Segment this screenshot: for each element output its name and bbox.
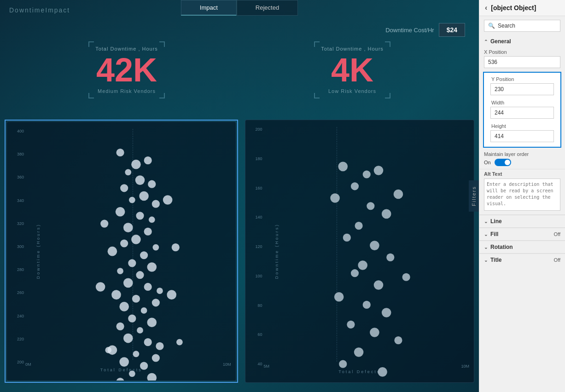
height-group: Height (486, 121, 559, 145)
svg-point-4 (135, 175, 145, 185)
kpi-right-desc: Low Risk Vendors (321, 88, 384, 94)
svg-point-38 (156, 342, 163, 350)
fill-value: Off (554, 231, 560, 237)
title-chevron: ⌄ (484, 258, 488, 263)
y-position-group: Y Position (486, 75, 559, 98)
svg-point-8 (129, 197, 135, 203)
maintain-layer-label: Maintain layer order (484, 151, 560, 157)
svg-point-1 (131, 160, 141, 169)
width-group: Width (486, 98, 559, 121)
chart-left[interactable]: 400 380 360 340 320 300 280 260 240 220 … (5, 120, 238, 383)
svg-point-80 (330, 193, 340, 203)
tab-rejected[interactable]: Rejected (237, 0, 298, 16)
highlighted-fields: Y Position Width Height (483, 72, 561, 148)
svg-point-22 (117, 268, 123, 274)
svg-point-93 (362, 301, 370, 309)
svg-point-76 (338, 162, 348, 172)
svg-point-18 (108, 247, 117, 256)
svg-point-79 (350, 182, 358, 190)
svg-point-42 (119, 357, 129, 367)
svg-point-13 (123, 223, 133, 232)
panel-title: [object Object] (491, 4, 536, 12)
line-section-left: ⌄ Line (484, 218, 502, 225)
svg-point-45 (147, 373, 157, 381)
search-icon: 🔍 (488, 23, 495, 29)
x-position-group: X Position (479, 47, 565, 71)
svg-point-28 (132, 295, 140, 303)
line-label: Line (490, 218, 502, 225)
y-position-input[interactable] (490, 83, 554, 95)
kpi-row: Total Downtime , Hours 42K Medium Risk V… (0, 41, 479, 98)
title-section[interactable]: ⌄ Title Off (479, 254, 565, 266)
right-panel: ‹ [object Object] 🔍 ⌃ General X Position… (479, 0, 565, 392)
top-tabs: Impact Rejected (181, 0, 298, 16)
line-section[interactable]: ⌄ Line (479, 215, 565, 227)
svg-point-25 (144, 283, 152, 291)
svg-point-91 (402, 273, 410, 281)
chart-right[interactable]: 200 180 160 140 120 100 80 60 40 5M 10M … (245, 120, 475, 383)
chart-right-y-axis: 200 180 160 140 120 100 80 60 40 (256, 127, 262, 366)
rotation-chevron: ⌄ (484, 245, 488, 250)
chart-left-inner: 400 380 360 340 320 300 280 260 240 220 … (6, 121, 236, 381)
svg-point-98 (354, 347, 363, 357)
filters-tab[interactable]: Filters (469, 180, 479, 212)
x-position-input[interactable] (484, 56, 560, 68)
svg-point-26 (157, 288, 163, 294)
svg-point-62 (167, 290, 176, 300)
general-section-header[interactable]: ⌃ General (479, 35, 565, 47)
kpi-right: Total Downtime , Hours 4K Low Risk Vendo… (251, 41, 454, 98)
fill-label: Fill (490, 231, 498, 237)
svg-point-77 (362, 170, 370, 178)
page-title: DowntimeImpact (9, 6, 70, 14)
svg-point-6 (120, 184, 128, 192)
fill-section-left: ⌄ Fill (484, 231, 498, 237)
height-input[interactable] (490, 130, 554, 142)
svg-point-24 (123, 278, 133, 288)
toggle-control: On (484, 159, 560, 166)
fill-section[interactable]: ⌄ Fill Off (479, 228, 565, 240)
title-section-left: ⌄ Title (484, 257, 501, 263)
svg-point-94 (381, 308, 391, 317)
svg-point-78 (373, 166, 383, 175)
alt-text-input[interactable] (484, 179, 560, 211)
title-value: Off (554, 257, 560, 263)
alt-text-section: Alt Text (479, 169, 565, 214)
svg-point-67 (105, 347, 111, 353)
svg-point-37 (144, 338, 152, 346)
search-box[interactable]: 🔍 (484, 20, 560, 32)
svg-point-12 (149, 217, 155, 223)
svg-point-43 (140, 362, 148, 370)
tab-impact[interactable]: Impact (181, 0, 237, 16)
rotation-section[interactable]: ⌄ Rotation (479, 241, 565, 253)
chart-right-scatter (264, 127, 470, 383)
svg-point-85 (343, 234, 350, 242)
svg-point-97 (394, 336, 402, 344)
svg-point-31 (141, 307, 147, 314)
back-button[interactable]: ‹ (485, 4, 487, 12)
alt-text-label: Alt Text (484, 171, 560, 177)
svg-point-84 (393, 190, 403, 199)
toggle-text: On (484, 160, 491, 165)
cost-value: $24 (439, 23, 465, 37)
svg-point-19 (140, 251, 148, 259)
maintain-layer-toggle[interactable] (495, 159, 511, 166)
title-label: Title (490, 257, 501, 263)
general-label: General (490, 38, 511, 45)
rotation-section-left: ⌄ Rotation (484, 244, 513, 250)
main-visualization: Impact Rejected DowntimeImpact Downtime … (0, 0, 479, 392)
width-input[interactable] (490, 107, 554, 119)
svg-point-92 (334, 292, 344, 302)
svg-point-100 (378, 367, 387, 377)
svg-point-20 (128, 259, 136, 267)
svg-point-96 (370, 328, 379, 337)
svg-point-17 (152, 244, 159, 251)
svg-point-3 (125, 169, 131, 176)
kpi-left-value: 42K (95, 53, 158, 86)
rotation-label: Rotation (490, 244, 513, 250)
svg-point-29 (152, 299, 160, 306)
cost-bar: Downtime Cost/Hr $24 (385, 23, 465, 37)
svg-point-11 (136, 212, 144, 219)
kpi-right-subtitle: Total Downtime , Hours (321, 46, 384, 52)
svg-point-41 (152, 354, 160, 362)
search-input[interactable] (498, 23, 556, 29)
